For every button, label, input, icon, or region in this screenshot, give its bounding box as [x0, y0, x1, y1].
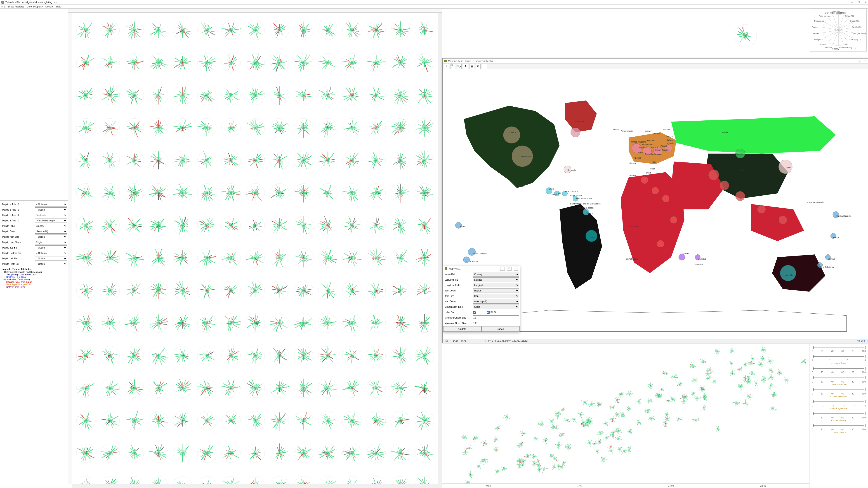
glyph-item[interactable]: [171, 279, 194, 302]
glyph-item[interactable]: [292, 442, 315, 464]
range-slider[interactable]: [810, 366, 867, 371]
glyph-item[interactable]: [74, 214, 97, 237]
glyph-item[interactable]: [341, 377, 363, 399]
glyph-item[interactable]: [99, 247, 121, 269]
glyph-item[interactable]: [195, 344, 218, 367]
menu-draw-property[interactable]: Draw Property: [8, 5, 24, 8]
glyph-item[interactable]: [268, 214, 291, 237]
glyph-item[interactable]: [341, 475, 363, 484]
glyph-item[interactable]: [220, 344, 242, 367]
dialog-close[interactable]: ✕: [514, 267, 518, 271]
glyph-item[interactable]: [244, 149, 267, 172]
glyph-item[interactable]: [316, 117, 339, 139]
glyph-item[interactable]: [220, 84, 242, 107]
slider-thumb-max[interactable]: [864, 412, 866, 415]
glyph-item[interactable]: [268, 344, 291, 367]
glyph-item[interactable]: [123, 279, 146, 302]
glyph-item[interactable]: [244, 84, 267, 107]
glyph-item[interactable]: [220, 475, 242, 484]
glyph-scrollbar-vertical[interactable]: [438, 13, 442, 484]
glyph-item[interactable]: [195, 182, 218, 204]
map-tool-0[interactable]: ↖: [444, 64, 449, 69]
glyph-item[interactable]: [316, 279, 339, 302]
glyph-item[interactable]: [413, 84, 436, 107]
glyph-item[interactable]: [341, 214, 363, 237]
glyph-item[interactable]: [123, 312, 146, 334]
glyph-item[interactable]: [365, 410, 388, 432]
range-slider[interactable]: [810, 354, 867, 359]
glyph-item[interactable]: [316, 214, 339, 237]
glyph-item[interactable]: [292, 312, 315, 334]
glyph-item[interactable]: [389, 247, 412, 269]
range-slider[interactable]: [810, 412, 867, 416]
glyph-item[interactable]: [99, 84, 121, 107]
glyph-item[interactable]: [123, 247, 146, 269]
glyph-item[interactable]: [123, 475, 146, 484]
slider-thumb-min[interactable]: [812, 367, 813, 370]
glyph-item[interactable]: [171, 442, 194, 464]
glyph-item[interactable]: [413, 312, 436, 334]
glyph-item[interactable]: [195, 410, 218, 432]
glyph-item[interactable]: [99, 149, 121, 172]
window-close[interactable]: ✕: [865, 1, 867, 3]
glyph-item[interactable]: [244, 52, 267, 74]
glyph-item[interactable]: [220, 52, 242, 74]
glyph-item[interactable]: [389, 312, 412, 334]
glyph-item[interactable]: [413, 149, 436, 172]
slider-thumb-min[interactable]: [812, 346, 813, 349]
glyph-item[interactable]: [244, 182, 267, 204]
glyph-item[interactable]: [74, 19, 97, 41]
dialog-select-vis_type[interactable]: Circle: [473, 304, 519, 309]
glyph-item[interactable]: [220, 410, 242, 432]
mapper-select-9[interactable]: -- Option --: [35, 251, 67, 255]
glyph-item[interactable]: [147, 247, 170, 269]
glyph-item[interactable]: [292, 19, 315, 41]
glyph-item[interactable]: [171, 149, 194, 172]
glyph-item[interactable]: [316, 247, 339, 269]
mapper-select-3[interactable]: Infant Mortality (per…): [35, 218, 67, 223]
mapper-select-7[interactable]: Region: [35, 240, 67, 245]
glyph-item[interactable]: [123, 182, 146, 204]
glyph-item[interactable]: [99, 475, 121, 484]
glyph-item[interactable]: [341, 84, 363, 107]
mapper-select-0[interactable]: -- Option --: [35, 202, 67, 206]
glyph-item[interactable]: [341, 344, 363, 367]
glyph-item[interactable]: [341, 279, 363, 302]
glyph-item[interactable]: [389, 344, 412, 367]
glyph-item[interactable]: [244, 410, 267, 432]
mapper-select-5[interactable]: Literacy (%): [35, 229, 67, 234]
menu-control[interactable]: Control: [45, 5, 53, 8]
glyph-item[interactable]: [292, 279, 315, 302]
glyph-item[interactable]: [123, 344, 146, 367]
glyph-item[interactable]: [123, 410, 146, 432]
glyph-item[interactable]: [171, 84, 194, 107]
glyph-item[interactable]: [123, 442, 146, 464]
glyph-item[interactable]: [341, 312, 363, 334]
glyph-item[interactable]: [195, 19, 218, 41]
glyph-item[interactable]: [365, 247, 388, 269]
glyph-item[interactable]: [244, 377, 267, 399]
glyph-item[interactable]: [147, 442, 170, 464]
glyph-item[interactable]: [74, 442, 97, 464]
glyph-item[interactable]: [365, 182, 388, 204]
glyph-item[interactable]: [292, 117, 315, 139]
glyph-item[interactable]: [341, 247, 363, 269]
glyph-item[interactable]: [413, 442, 436, 464]
slider-thumb-min[interactable]: [812, 400, 813, 403]
glyph-item[interactable]: [365, 475, 388, 484]
glyph-item[interactable]: [74, 84, 97, 107]
glyph-item[interactable]: [389, 475, 412, 484]
glyph-item[interactable]: [99, 182, 121, 204]
glyph-item[interactable]: [147, 344, 170, 367]
glyph-item[interactable]: [147, 279, 170, 302]
glyph-item[interactable]: [389, 377, 412, 399]
glyph-item[interactable]: [268, 279, 291, 302]
glyph-item[interactable]: [195, 247, 218, 269]
glyph-item[interactable]: [268, 182, 291, 204]
glyph-item[interactable]: [413, 344, 436, 367]
mapper-select-4[interactable]: Country: [35, 224, 67, 228]
glyph-item[interactable]: [389, 52, 412, 74]
glyph-item[interactable]: [74, 149, 97, 172]
glyph-item[interactable]: [389, 410, 412, 432]
dialog-minimize[interactable]: —: [500, 267, 505, 271]
